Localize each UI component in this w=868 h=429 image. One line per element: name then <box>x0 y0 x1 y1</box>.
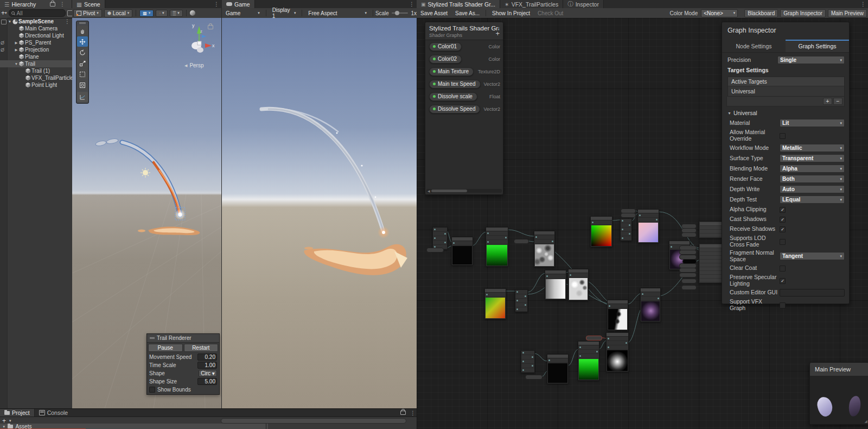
setting-checkbox[interactable]: ✓ <box>780 207 786 213</box>
lock-icon[interactable] <box>50 2 55 7</box>
node-port-row[interactable] <box>534 235 554 239</box>
graph-node[interactable] <box>521 350 535 373</box>
graph-node[interactable] <box>432 227 448 250</box>
tab-graph-settings[interactable]: Graph Settings <box>786 40 849 52</box>
setting-checkbox[interactable] <box>780 266 786 272</box>
graph-property-pill[interactable] <box>621 213 636 218</box>
shadergraph-canvas[interactable]: Stylized Trails Shader Graph Shader Grap… <box>417 18 868 429</box>
hierarchy-item-ps-parent[interactable]: ▶PS_Parent <box>0 39 72 46</box>
graph-node[interactable] <box>515 289 528 312</box>
field-value[interactable]: 1.00 <box>197 362 217 369</box>
graph-node[interactable] <box>590 216 612 247</box>
save-as-button[interactable]: Save As... <box>451 10 483 17</box>
node-port-row[interactable] <box>591 220 612 225</box>
node-port-row[interactable] <box>515 303 527 307</box>
graph-property-pill[interactable] <box>679 250 697 255</box>
setting-checkbox[interactable]: ✓ <box>780 217 786 223</box>
hierarchy-item-directional-light[interactable]: Directional Light <box>0 32 72 39</box>
gizmo-lock-icon[interactable] <box>208 25 213 29</box>
kebab-menu-icon[interactable]: ⋮ <box>858 1 868 7</box>
foldout-icon[interactable]: ▼ <box>2 425 5 428</box>
property-pill[interactable]: Dissolve Speed <box>429 105 480 113</box>
node-port-row[interactable] <box>621 223 631 228</box>
master-stack-fragment[interactable] <box>699 243 724 283</box>
node-port-row[interactable] <box>534 239 554 244</box>
setting-dropdown[interactable]: Tangent▾ <box>780 252 845 260</box>
graph-property-pill[interactable] <box>525 375 542 380</box>
node-port-row[interactable] <box>641 296 660 301</box>
hierarchy-scene-row[interactable]: ▼SampleScene⋮ <box>0 18 72 25</box>
node-port-row[interactable] <box>433 236 447 241</box>
node-port-row[interactable] <box>621 219 631 223</box>
graph-node[interactable] <box>545 270 566 300</box>
node-port-row[interactable] <box>578 350 599 354</box>
tab-console[interactable]: Console <box>35 409 73 417</box>
search-input[interactable]: All <box>9 9 66 17</box>
node-port-row[interactable] <box>569 273 588 277</box>
custom-editor-tool[interactable] <box>77 92 88 102</box>
stack-block-row[interactable] <box>700 267 723 270</box>
node-port-row[interactable] <box>621 232 631 236</box>
tab-shadergraph[interactable]: ▣ Stylized Trails Shader Gr... <box>417 0 500 8</box>
node-port-row[interactable] <box>607 341 628 345</box>
graph-node[interactable] <box>486 227 508 267</box>
blackboard-toggle-button[interactable]: Blackboard <box>744 9 778 17</box>
setting-checkbox[interactable]: ✓ <box>780 226 786 232</box>
setting-dropdown[interactable]: Both▾ <box>780 175 845 183</box>
stack-block-row[interactable] <box>700 230 723 233</box>
graph-node[interactable] <box>606 332 629 372</box>
graph-node[interactable] <box>547 354 569 384</box>
stack-block-row[interactable] <box>700 226 723 229</box>
node-port-row[interactable] <box>608 304 628 308</box>
node-port-row[interactable] <box>433 228 447 232</box>
property-pill[interactable]: Main tex Speed <box>429 80 481 89</box>
target-universal-row[interactable]: Universal <box>728 86 844 96</box>
graph-property-pill[interactable] <box>681 232 697 237</box>
kebab-menu-icon[interactable]: ⋮ <box>407 1 417 7</box>
display-target-dropdown[interactable]: Game▾ <box>222 10 264 17</box>
save-asset-button[interactable]: Save Asset <box>417 10 451 17</box>
node-port-row[interactable] <box>486 236 508 240</box>
graph-property-pill[interactable] <box>586 336 602 340</box>
hierarchy-item-point-light[interactable]: Point Light <box>0 81 72 89</box>
main-preview-viewport[interactable]: ◢ <box>810 376 868 424</box>
kebab-menu-icon[interactable]: ⋮ <box>212 1 221 7</box>
graph-node[interactable] <box>568 269 589 301</box>
node-port-row[interactable] <box>607 345 628 350</box>
stack-block-row[interactable] <box>700 252 723 255</box>
blackboard-property-color01[interactable]: Color01Color <box>425 40 503 53</box>
property-pill[interactable]: Color01 <box>429 42 462 51</box>
setting-dropdown[interactable]: Transparent▾ <box>780 154 845 162</box>
game-viewport[interactable] <box>222 18 417 408</box>
setting-dropdown[interactable]: Auto▾ <box>780 185 845 193</box>
hierarchy-item-trail-1-[interactable]: Trail (1) <box>0 67 72 74</box>
node-port-row[interactable] <box>521 368 534 373</box>
snap-increment-toggle[interactable]: ▫▾ <box>156 10 167 17</box>
blackboard-property-main-texture[interactable]: Main TextureTexture2D <box>425 65 503 78</box>
field-value[interactable]: 5.00 <box>197 378 217 385</box>
node-port-row[interactable] <box>515 299 527 303</box>
tab-hierarchy[interactable]: ☰ Hierarchy ⋮ <box>0 0 72 8</box>
stack-block-row[interactable] <box>700 248 723 251</box>
overlay-drag-handle[interactable] <box>76 21 88 25</box>
node-port-row[interactable] <box>578 345 599 350</box>
setting-checkbox[interactable] <box>780 133 786 139</box>
tab-scene[interactable]: ▦ Scene <box>72 0 105 8</box>
graph-inspector-toggle-button[interactable]: Graph Inspector <box>780 9 826 17</box>
node-port-row[interactable] <box>433 232 447 236</box>
tab-project[interactable]: Project <box>0 409 35 417</box>
node-port-row[interactable] <box>515 307 527 312</box>
graph-property-pill[interactable] <box>426 248 444 253</box>
graph-node[interactable] <box>637 209 659 243</box>
node-port-row[interactable] <box>521 351 534 355</box>
node-port-row[interactable] <box>521 355 534 359</box>
transform-tool[interactable] <box>77 80 88 90</box>
node-port-row[interactable] <box>521 364 534 368</box>
setting-checkbox[interactable] <box>780 239 786 245</box>
graph-node[interactable] <box>534 231 555 267</box>
hierarchy-item-projection[interactable]: ▶Projection <box>0 46 72 53</box>
node-port-row[interactable] <box>515 290 527 294</box>
node-port-row[interactable] <box>547 358 568 363</box>
rotate-tool[interactable] <box>77 47 88 58</box>
drag-handle-icon[interactable] <box>150 337 155 339</box>
